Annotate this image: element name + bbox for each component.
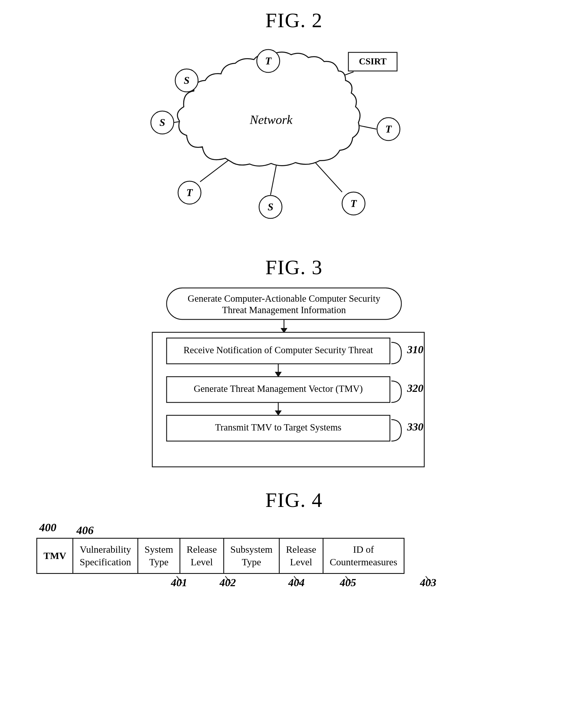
svg-text:Threat Management Information: Threat Management Information <box>222 305 346 315</box>
col-release-level-2-text: ReleaseLevel <box>286 544 316 567</box>
col-release-level-1-text: ReleaseLevel <box>187 544 217 567</box>
fig2-section: FIG. 2 Network S <box>0 0 588 238</box>
col-subsystem-type-text: SubsystemType <box>230 544 273 567</box>
svg-text:T: T <box>265 55 272 67</box>
fig4-bottom-labels: 401 402 404 405 403 <box>36 576 552 599</box>
tmv-cell: TMV <box>37 539 73 573</box>
fig2-title: FIG. 2 <box>265 8 323 32</box>
svg-text:Generate Threat Management Vec: Generate Threat Management Vector (TMV) <box>194 383 363 394</box>
ref-401-label: 401 <box>171 576 187 589</box>
ref-400-label: 400 <box>39 521 57 534</box>
fig3-svg: Generate Computer-Actionable Computer Se… <box>144 285 444 471</box>
svg-text:S: S <box>160 117 165 128</box>
fig3-diagram: Generate Computer-Actionable Computer Se… <box>144 285 444 471</box>
svg-text:Generate Computer-Actionable C: Generate Computer-Actionable Computer Se… <box>188 293 380 304</box>
col-vulnerability-text: VulnerabilitySpecification <box>80 544 131 567</box>
svg-text:CSIRT: CSIRT <box>359 56 387 66</box>
svg-text:320: 320 <box>407 382 423 394</box>
col-system-type-text: SystemType <box>145 544 173 567</box>
table-row-header: TMV VulnerabilitySpecification SystemTyp… <box>37 539 404 573</box>
col-id-line2: Countermeasures <box>330 557 397 567</box>
svg-text:T: T <box>186 187 193 198</box>
col-release-level-2: ReleaseLevel <box>279 539 323 573</box>
network-diagram: Network S S T CSIRT T T S T <box>136 38 451 238</box>
network-label: Network <box>249 113 293 127</box>
col-id-of-countermeasures: ID of Countermeasures <box>323 539 404 573</box>
col-system-type: SystemType <box>138 539 180 573</box>
col-vulnerability: VulnerabilitySpecification <box>73 539 138 573</box>
fig4-wrapper: 400 406 TMV VulnerabilitySpecification S… <box>36 518 552 599</box>
svg-text:T: T <box>385 123 392 135</box>
svg-text:T: T <box>351 198 357 209</box>
ref-402-label: 402 <box>219 576 236 589</box>
fig4-section: FIG. 4 400 406 TMV VulnerabilitySpecific… <box>0 488 588 599</box>
svg-line-6 <box>271 163 277 195</box>
ref-404-label: 404 <box>288 576 304 589</box>
svg-text:Receive Notification of Comput: Receive Notification of Computer Securit… <box>184 345 373 355</box>
ref-405-label: 405 <box>340 576 356 589</box>
svg-text:S: S <box>184 75 190 86</box>
svg-text:310: 310 <box>407 343 423 356</box>
col-subsystem-type: SubsystemType <box>224 539 279 573</box>
svg-text:330: 330 <box>407 421 423 433</box>
svg-text:S: S <box>268 201 273 213</box>
fig3-title: FIG. 3 <box>265 256 323 279</box>
col-id-line1: ID of <box>353 544 374 555</box>
fig2-diagram-svg: Network S S T CSIRT T T S T <box>136 38 451 238</box>
fig4-table: TMV VulnerabilitySpecification SystemTyp… <box>36 538 404 574</box>
svg-text:Transmit TMV to Target Systems: Transmit TMV to Target Systems <box>215 422 341 433</box>
ref-406-label: 406 <box>77 524 93 537</box>
fig4-top-labels: 400 406 <box>36 518 552 538</box>
col-release-level-1: ReleaseLevel <box>180 539 224 573</box>
ref-403-label: 403 <box>420 576 436 589</box>
fig4-title: FIG. 4 <box>265 488 323 512</box>
svg-line-7 <box>200 158 231 182</box>
svg-line-5 <box>314 161 342 192</box>
fig3-section: FIG. 3 Generate Computer-Actionable Comp… <box>0 256 588 471</box>
